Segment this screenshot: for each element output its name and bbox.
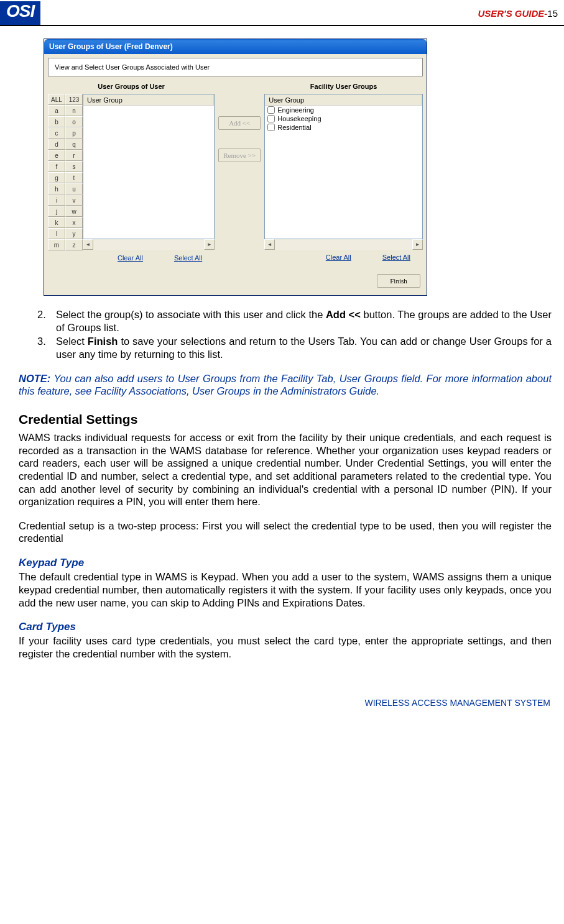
left-panel: User Groups of User ALL 123 a n b o c p … <box>48 79 215 263</box>
filter-letter[interactable]: l <box>48 228 65 239</box>
scroll-left-icon[interactable]: ◄ <box>83 239 93 250</box>
list-item[interactable]: Engineering <box>265 106 422 114</box>
right-panel: Facility User Groups User Group Engineer… <box>264 79 423 263</box>
filter-letter[interactable]: t <box>65 172 83 183</box>
remove-button[interactable]: Remove >> <box>218 149 261 162</box>
scroll-right-icon[interactable]: ► <box>412 239 423 250</box>
filter-letter[interactable]: n <box>65 105 83 116</box>
filter-letter[interactable]: b <box>48 116 65 127</box>
finish-button[interactable]: Finish <box>377 274 420 288</box>
filter-letter[interactable]: z <box>65 239 83 250</box>
add-button[interactable]: Add << <box>218 116 261 130</box>
scroll-left-icon[interactable]: ◄ <box>264 239 275 250</box>
filter-letter[interactable]: h <box>48 183 65 194</box>
filter-letter[interactable]: m <box>48 239 65 250</box>
facility-groups-list[interactable]: User Group Engineering Housekeeping Resi… <box>264 94 423 239</box>
page-number: 15 <box>547 8 558 19</box>
filter-all[interactable]: ALL <box>48 94 65 105</box>
filter-letter[interactable]: a <box>48 105 65 116</box>
left-section-title: User Groups of User <box>48 79 215 94</box>
filter-letter[interactable]: u <box>65 183 83 194</box>
list-item[interactable]: Residential <box>265 123 422 132</box>
filter-letter[interactable]: p <box>65 127 83 139</box>
filter-letter[interactable]: g <box>48 172 65 183</box>
list-item: 3. Select Finish to save your selections… <box>37 335 552 360</box>
dialog-window: User Groups of User (Fred Denver) View a… <box>44 39 427 296</box>
heading-credential-settings: Credential Settings <box>19 411 552 428</box>
user-groups-list[interactable]: User Group <box>83 94 215 239</box>
column-header-usergroup-right[interactable]: User Group <box>265 94 422 106</box>
column-header-usergroup-left[interactable]: User Group <box>83 94 214 106</box>
clear-all-link-right[interactable]: Clear All <box>326 254 351 261</box>
paragraph: Credential setup is a two-step process: … <box>19 519 552 545</box>
filter-letter[interactable]: e <box>48 150 65 161</box>
filter-letter[interactable]: v <box>65 194 83 206</box>
filter-letter[interactable]: x <box>65 217 83 228</box>
select-all-link-left[interactable]: Select All <box>174 254 202 262</box>
list-item: 2. Select the group(s) to associate with… <box>37 308 552 334</box>
filter-123[interactable]: 123 <box>65 94 83 105</box>
alpha-filter-grid: ALL 123 a n b o c p d q e r f s <box>48 94 83 250</box>
filter-letter[interactable]: q <box>65 139 83 150</box>
right-section-title: Facility User Groups <box>264 79 423 94</box>
page-footer: WIRELESS ACCESS MANAGEMENT SYSTEM <box>0 685 564 726</box>
filter-letter[interactable]: s <box>65 161 83 172</box>
heading-keypad-type: Keypad Type <box>19 556 552 569</box>
header-guide-label: USER'S GUIDE-15 <box>478 8 558 19</box>
filter-letter[interactable]: j <box>48 206 65 217</box>
paragraph: The default credential type in WAMS is K… <box>19 570 552 609</box>
document-body: 2. Select the group(s) to associate with… <box>0 308 564 685</box>
screenshot-container: User Groups of User (Fred Denver) View a… <box>0 26 564 308</box>
filter-letter[interactable]: w <box>65 206 83 217</box>
filter-letter[interactable]: c <box>48 127 65 139</box>
window-titlebar: User Groups of User (Fred Denver) <box>44 39 427 54</box>
clear-all-link-left[interactable]: Clear All <box>118 254 143 262</box>
filter-letter[interactable]: d <box>48 139 65 150</box>
logo: OSI <box>0 1 40 25</box>
page-header: OSI USER'S GUIDE-15 <box>0 0 564 26</box>
h-scrollbar-right[interactable]: ◄ ► <box>264 239 423 250</box>
filter-letter[interactable]: y <box>65 228 83 239</box>
checkbox-icon[interactable] <box>267 106 275 114</box>
filter-letter[interactable]: r <box>65 150 83 161</box>
select-all-link-right[interactable]: Select All <box>382 254 410 261</box>
note-text: NOTE: You can also add users to User Gro… <box>19 372 552 398</box>
checkbox-icon[interactable] <box>267 124 275 131</box>
filter-letter[interactable]: o <box>65 116 83 127</box>
instruction-text: View and Select User Groups Associated w… <box>48 58 423 76</box>
list-item[interactable]: Housekeeping <box>265 114 422 123</box>
middle-buttons: Add << Remove >> <box>215 79 264 263</box>
paragraph: If your facility uses card type credenti… <box>19 634 552 660</box>
filter-letter[interactable]: k <box>48 217 65 228</box>
paragraph: WAMS tracks individual requests for acce… <box>19 431 552 508</box>
scroll-right-icon[interactable]: ► <box>204 239 215 250</box>
heading-card-types: Card Types <box>19 620 552 633</box>
h-scrollbar-left[interactable]: ◄ ► <box>83 239 215 250</box>
filter-letter[interactable]: i <box>48 194 65 206</box>
filter-letter[interactable]: f <box>48 161 65 172</box>
checkbox-icon[interactable] <box>267 115 275 122</box>
